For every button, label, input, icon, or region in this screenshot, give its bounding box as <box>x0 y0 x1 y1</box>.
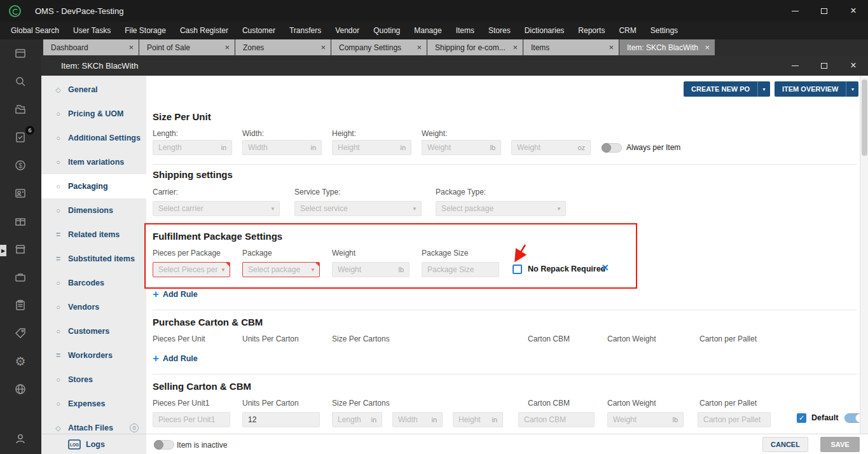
nav-item-item-variations[interactable]: ○Item variations <box>41 150 146 174</box>
menu-items[interactable]: Items <box>449 22 481 39</box>
sidebar-dashboard-button[interactable] <box>14 47 27 60</box>
width-field[interactable]: in <box>242 140 322 155</box>
minimize-button[interactable] <box>780 0 809 22</box>
nav-item-workorders[interactable]: =Workorders <box>41 343 146 368</box>
selling-pieces-field[interactable] <box>153 412 230 427</box>
menu-manage[interactable]: Manage <box>407 22 448 39</box>
panel-expander[interactable]: ▶ <box>0 245 6 256</box>
tab-items[interactable]: Items × <box>523 39 619 55</box>
selling-width-field[interactable]: in <box>392 412 443 427</box>
menu-quoting[interactable]: Quoting <box>366 22 407 39</box>
selling-pallet-field[interactable] <box>698 412 771 427</box>
menu-customer[interactable]: Customer <box>235 22 282 39</box>
package-size-field[interactable] <box>422 262 499 277</box>
sidebar-contacts-button[interactable] <box>14 187 27 200</box>
menu-file-storage[interactable]: File Storage <box>118 22 173 39</box>
selling-units-field[interactable] <box>242 412 320 427</box>
weight-lb-input[interactable] <box>427 143 486 152</box>
chevron-down-icon[interactable]: ▼ <box>757 81 770 97</box>
height-field[interactable]: in <box>332 140 411 155</box>
tab-zones[interactable]: Zones × <box>235 39 331 55</box>
menu-transfers[interactable]: Transfers <box>282 22 328 39</box>
inner-minimize-button[interactable] <box>780 55 809 76</box>
nav-item-dimensions[interactable]: ○Dimensions <box>41 198 146 223</box>
selling-length-field[interactable]: in <box>332 412 382 427</box>
selling-height-input[interactable] <box>458 415 488 424</box>
menu-stores[interactable]: Stores <box>481 22 518 39</box>
sidebar-files-button[interactable] <box>14 103 27 116</box>
nav-item-related-items[interactable]: =Related items <box>41 223 146 247</box>
selling-units-input[interactable] <box>248 415 314 424</box>
close-tab-icon[interactable]: × <box>605 43 614 52</box>
nav-item-attach-files[interactable]: ◇Attach Files0 <box>41 416 146 434</box>
maximize-button[interactable] <box>809 0 839 22</box>
selling-height-field[interactable]: in <box>453 412 503 427</box>
package-type-select[interactable]: Select package ▼ <box>436 201 566 216</box>
weight-oz-field[interactable]: oz <box>511 140 591 155</box>
menu-dictionaries[interactable]: Dictionaries <box>518 22 572 39</box>
close-tab-icon[interactable]: × <box>221 43 230 52</box>
weight-oz-input[interactable] <box>517 143 574 152</box>
selling-weight-input[interactable] <box>613 415 668 424</box>
nav-item-pricing-uom[interactable]: ○Pricing & UOM <box>41 102 146 126</box>
nav-item-vendors[interactable]: ○Vendors <box>41 295 146 319</box>
service-type-select[interactable]: Select service ▼ <box>294 201 422 216</box>
menu-crm[interactable]: CRM <box>612 22 643 39</box>
length-field[interactable]: in <box>153 140 232 155</box>
selling-pieces-input[interactable] <box>158 415 224 424</box>
package-size-input[interactable] <box>427 265 493 274</box>
nav-item-substituted-items[interactable]: =Substituted items <box>41 247 146 271</box>
sidebar-user-button[interactable] <box>14 432 27 445</box>
menu-reports[interactable]: Reports <box>571 22 612 39</box>
tab-point-of-sale[interactable]: Point of Sale × <box>139 39 235 55</box>
purchase-add-rule-button[interactable]: + Add Rule <box>153 354 198 363</box>
sidebar-search-button[interactable] <box>14 75 27 88</box>
item-overview-button[interactable]: ITEM OVERVIEW ▼ <box>775 81 858 97</box>
menu-settings[interactable]: Settings <box>644 22 685 39</box>
sidebar-briefcase-button[interactable] <box>14 271 27 284</box>
sidebar-store-button[interactable] <box>14 243 27 256</box>
tab-dashboard[interactable]: Dashboard × <box>43 39 139 55</box>
selling-length-input[interactable] <box>338 415 367 424</box>
create-new-po-button[interactable]: CREATE NEW PO ▼ <box>684 81 770 97</box>
logs-section[interactable]: LOG Logs <box>41 434 146 454</box>
selling-cbm-input[interactable] <box>524 415 589 424</box>
default-checkbox[interactable]: ✓ <box>797 413 806 423</box>
always-per-item-toggle[interactable] <box>602 143 622 153</box>
sidebar-web-button[interactable] <box>14 383 27 396</box>
sidebar-tasks-button[interactable] <box>14 131 27 144</box>
inner-close-button[interactable]: × <box>839 55 868 76</box>
sidebar-tags-button[interactable] <box>14 327 27 340</box>
pieces-per-package-select[interactable]: Select Pieces per P ▼ <box>153 262 230 277</box>
nav-item-additional-settings[interactable]: ○Additional Settings <box>41 126 146 150</box>
chevron-down-icon[interactable]: ▼ <box>846 81 858 97</box>
sidebar-settings-button[interactable]: ⚙ <box>14 355 27 368</box>
menu-cash-register[interactable]: Cash Register <box>173 22 235 39</box>
close-tab-icon[interactable]: × <box>317 43 326 52</box>
weight-lb-field[interactable]: lb <box>422 140 501 155</box>
close-tab-icon[interactable]: × <box>413 43 422 52</box>
length-input[interactable] <box>158 143 217 152</box>
tab-item-skch-blacwith[interactable]: Item: SKCh BlacWith × <box>619 39 715 55</box>
selling-cbm-field[interactable] <box>518 412 595 427</box>
close-button[interactable]: × <box>839 0 868 22</box>
fulfillment-weight-input[interactable] <box>338 265 394 274</box>
close-tab-icon[interactable]: × <box>509 43 518 52</box>
vertical-scrollbar[interactable] <box>860 76 868 434</box>
nav-item-stores[interactable]: ○Stores <box>41 368 146 392</box>
fulfillment-weight-field[interactable]: lb <box>332 262 410 277</box>
fulfillment-package-select[interactable]: Select package ▼ <box>242 262 320 277</box>
selling-width-input[interactable] <box>398 415 427 424</box>
height-input[interactable] <box>338 143 396 152</box>
nav-item-general[interactable]: ◇General <box>41 78 146 102</box>
remove-rule-button[interactable]: × <box>602 261 609 273</box>
width-input[interactable] <box>248 143 307 152</box>
carrier-select[interactable]: Select carrier ▼ <box>153 201 280 216</box>
no-repack-checkbox[interactable] <box>513 265 522 274</box>
nav-item-barcodes[interactable]: ○Barcodes <box>41 271 146 295</box>
tab-shipping-ecom[interactable]: Shipping for e-com... × <box>427 39 523 55</box>
selling-weight-field[interactable]: lb <box>607 412 684 427</box>
sidebar-package-button[interactable] <box>14 215 27 228</box>
nav-item-packaging[interactable]: ○Packaging <box>41 174 146 198</box>
menu-vendor[interactable]: Vendor <box>328 22 366 39</box>
